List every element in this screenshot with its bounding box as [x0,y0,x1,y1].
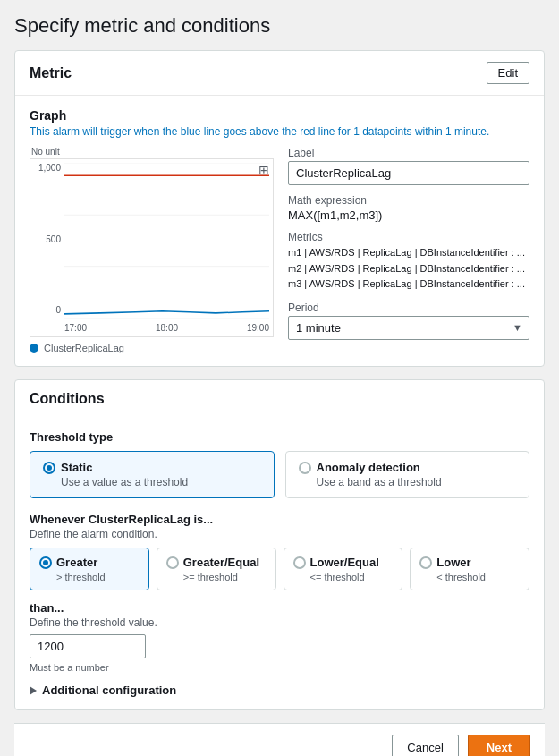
metrics-label: Metrics [288,231,529,243]
radio-static [43,462,55,474]
metrics-field: Metrics m1 | AWS/RDS | ReplicaLag | DBIn… [288,231,529,293]
period-label: Period [288,302,529,314]
condition-option-greater-equal-title: Greater/Equal [166,556,267,569]
additional-config-label: Additional configuration [42,684,176,697]
metric-card: Metric Edit Graph This alarm will trigge… [14,50,545,367]
threshold-option-anomaly-title: Anomaly detection [299,461,517,474]
condition-greater-equal-label: Greater/Equal [183,556,259,569]
than-desc: Define the threshold value. [30,616,529,629]
metric-item-3: m3 | AWS/RDS | ReplicaLag | DBInstanceId… [288,276,529,293]
math-expression-value: MAX([m1,m2,m3]) [288,208,529,222]
math-expression-field: Math expression MAX([m1,m2,m3]) [288,194,529,222]
y-label-0: 0 [30,305,64,315]
conditions-card-body: Threshold type Static Use a value as a t… [15,418,544,709]
condition-greater-label: Greater [56,556,97,569]
condition-lower-label: Lower [436,556,470,569]
x-label-19: 19:00 [247,323,269,333]
threshold-option-static[interactable]: Static Use a value as a threshold [30,451,275,498]
condition-option-lower[interactable]: Lower < threshold [410,548,529,590]
radio-greater-equal [166,556,179,569]
next-button[interactable]: Next [468,735,530,756]
label-field-label: Label [288,147,529,159]
metric-card-body: Graph This alarm will trigger when the b… [15,96,544,366]
condition-option-lower-equal[interactable]: Lower/Equal <= threshold [284,548,403,590]
radio-greater [39,556,52,569]
period-field: Period 1 minute 5 minutes 10 minutes 30 … [288,302,529,340]
y-label-1000: 1,000 [30,163,64,173]
conditions-card: Conditions Threshold type Static Use a v… [14,379,545,710]
graph-plot-area [64,163,269,319]
x-label-18: 18:00 [156,323,178,333]
graph-right: Label Math expression MAX([m1,m2,m3]) Me… [288,147,529,353]
threshold-static-desc: Use a value as a threshold [61,476,261,488]
condition-option-lower-title: Lower [419,556,520,569]
threshold-static-label: Static [61,461,92,474]
metric-card-title: Metric [30,65,72,81]
must-be-number: Must be a number [30,662,529,673]
legend-dot [30,344,38,353]
threshold-option-anomaly[interactable]: Anomaly detection Use a band as a thresh… [285,451,530,498]
graph-y-labels: 1,000 500 0 [30,159,64,319]
radio-lower [419,556,432,569]
condition-option-greater-title: Greater [39,556,140,569]
no-unit-label: No unit [31,147,274,157]
legend-label: ClusterReplicaLag [44,343,124,353]
metric-item-2: m2 | AWS/RDS | ReplicaLag | DBInstanceId… [288,261,529,277]
condition-lower-equal-label: Lower/Equal [310,556,379,569]
graph-x-labels: 17:00 18:00 19:00 [64,319,269,336]
edit-button[interactable]: Edit [487,62,529,84]
condition-option-lower-equal-title: Lower/Equal [293,556,394,569]
graph-area: No unit ⊞ 1,000 500 0 [30,147,529,353]
threshold-type-label: Threshold type [30,430,529,444]
condition-lower-equal-desc: <= threshold [310,572,394,582]
condition-greater-equal-desc: >= threshold [183,572,267,582]
than-title: than... [30,601,529,615]
graph-legend: ClusterReplicaLag [30,343,274,353]
graph-description: This alarm will trigger when the blue li… [30,125,529,138]
metric-card-header: Metric Edit [15,51,544,96]
threshold-option-static-title: Static [43,461,261,474]
threshold-type-row: Static Use a value as a threshold Anomal… [30,451,529,498]
condition-option-greater[interactable]: Greater > threshold [30,548,149,590]
condition-lower-desc: < threshold [436,572,520,582]
whenever-desc: Define the alarm condition. [30,528,529,540]
graph-svg [64,163,269,319]
y-label-500: 500 [30,234,64,244]
radio-lower-equal [293,556,306,569]
threshold-anomaly-label: Anomaly detection [317,461,420,474]
whenever-title: Whenever ClusterReplicaLag is... [30,513,529,526]
label-field: Label [288,147,529,185]
conditions-card-title: Conditions [30,391,105,407]
than-section: than... Define the threshold value. Must… [30,601,529,673]
additional-config[interactable]: Additional configuration [30,684,529,697]
than-input[interactable] [30,634,146,658]
period-select[interactable]: 1 minute 5 minutes 10 minutes 30 minutes… [288,316,529,340]
radio-anomaly [299,462,311,474]
whenever-section: Whenever ClusterReplicaLag is... Define … [30,513,529,590]
condition-options-row: Greater > threshold Greater/Equal >= thr… [30,548,529,590]
threshold-anomaly-desc: Use a band as a threshold [317,476,517,488]
x-label-17: 17:00 [64,323,87,333]
condition-greater-desc: > threshold [56,572,140,582]
graph-section-label: Graph [30,108,529,123]
label-input[interactable] [288,161,529,185]
conditions-card-header: Conditions [15,380,544,418]
page-title: Specify metric and conditions [14,14,545,38]
condition-option-greater-equal[interactable]: Greater/Equal >= threshold [157,548,276,590]
triangle-icon [30,686,37,695]
graph-left: No unit ⊞ 1,000 500 0 [30,147,274,353]
cancel-button[interactable]: Cancel [392,735,458,756]
metrics-list: m1 | AWS/RDS | ReplicaLag | DBInstanceId… [288,245,529,293]
footer-bar: Cancel Next [14,723,545,756]
metric-item-1: m1 | AWS/RDS | ReplicaLag | DBInstanceId… [288,245,529,261]
math-expression-label: Math expression [288,194,529,207]
graph-canvas: ⊞ 1,000 500 0 [30,158,274,337]
period-select-wrapper: 1 minute 5 minutes 10 minutes 30 minutes… [288,316,529,340]
